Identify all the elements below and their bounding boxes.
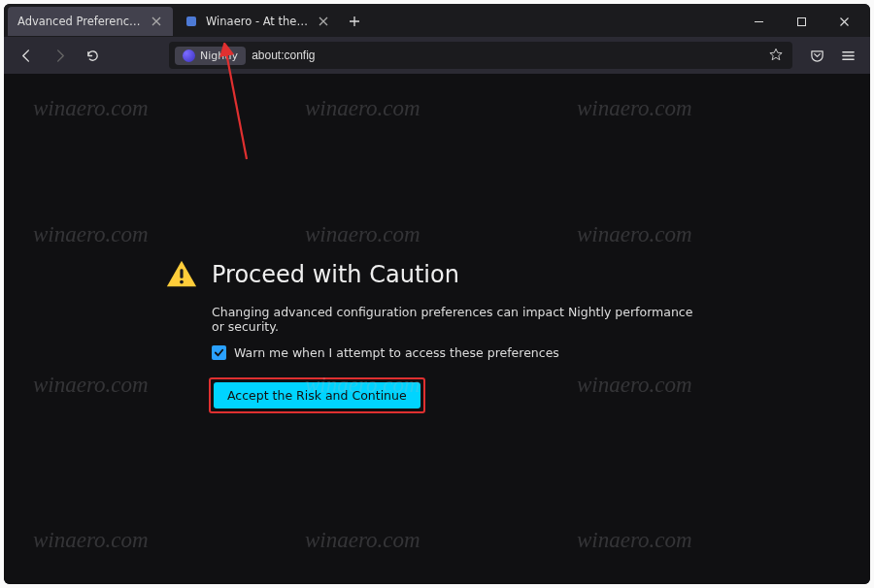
back-button[interactable] bbox=[12, 41, 41, 70]
navigation-toolbar: Nightly bbox=[4, 37, 870, 74]
pocket-button[interactable] bbox=[802, 41, 831, 70]
toolbar-end bbox=[802, 41, 862, 70]
favicon-icon bbox=[185, 15, 198, 28]
page-content: Proceed with Caution Changing advanced c… bbox=[4, 74, 870, 584]
warning-heading-row: Proceed with Caution bbox=[165, 258, 709, 291]
address-input[interactable] bbox=[252, 49, 759, 62]
close-tab-icon[interactable] bbox=[317, 15, 330, 28]
warning-triangle-icon bbox=[165, 258, 198, 291]
close-tab-icon[interactable] bbox=[150, 15, 163, 28]
warning-description: Changing advanced configuration preferen… bbox=[212, 305, 709, 334]
bookmark-star-icon[interactable] bbox=[765, 47, 787, 65]
identity-label: Nightly bbox=[200, 49, 238, 62]
maximize-button[interactable] bbox=[781, 8, 822, 35]
accept-risk-button[interactable]: Accept the Risk and Continue bbox=[214, 382, 420, 408]
title-bar: Advanced Preferences Winaero - At the ed… bbox=[4, 4, 870, 37]
app-menu-button[interactable] bbox=[833, 41, 862, 70]
warn-checkbox-row[interactable]: Warn me when I attempt to access these p… bbox=[212, 345, 709, 360]
checkbox-label: Warn me when I attempt to access these p… bbox=[234, 345, 559, 360]
identity-box[interactable]: Nightly bbox=[175, 47, 246, 65]
warning-title: Proceed with Caution bbox=[212, 261, 459, 288]
new-tab-button[interactable] bbox=[342, 9, 367, 34]
svg-rect-1 bbox=[797, 17, 805, 25]
browser-window: Advanced Preferences Winaero - At the ed… bbox=[4, 4, 870, 584]
nightly-icon bbox=[183, 49, 195, 62]
checkbox-checked-icon bbox=[212, 345, 226, 360]
reload-button[interactable] bbox=[78, 41, 107, 70]
tab-label: Winaero - At the edge of tweak bbox=[206, 15, 309, 28]
tab-advanced-preferences[interactable]: Advanced Preferences bbox=[8, 7, 173, 36]
about-config-warning: Proceed with Caution Changing advanced c… bbox=[165, 258, 709, 413]
close-window-button[interactable] bbox=[824, 8, 864, 35]
url-bar[interactable]: Nightly bbox=[169, 42, 792, 69]
svg-rect-0 bbox=[186, 16, 196, 26]
tab-label: Advanced Preferences bbox=[17, 15, 142, 28]
tab-winaero[interactable]: Winaero - At the edge of tweak bbox=[175, 7, 340, 36]
tab-strip: Advanced Preferences Winaero - At the ed… bbox=[8, 6, 738, 37]
svg-rect-2 bbox=[180, 269, 183, 278]
warning-body: Changing advanced configuration preferen… bbox=[212, 305, 709, 413]
minimize-button[interactable] bbox=[738, 8, 779, 35]
window-controls bbox=[738, 8, 864, 35]
accept-highlight-box: Accept the Risk and Continue bbox=[209, 377, 425, 413]
forward-button[interactable] bbox=[45, 41, 74, 70]
svg-point-3 bbox=[180, 280, 184, 284]
